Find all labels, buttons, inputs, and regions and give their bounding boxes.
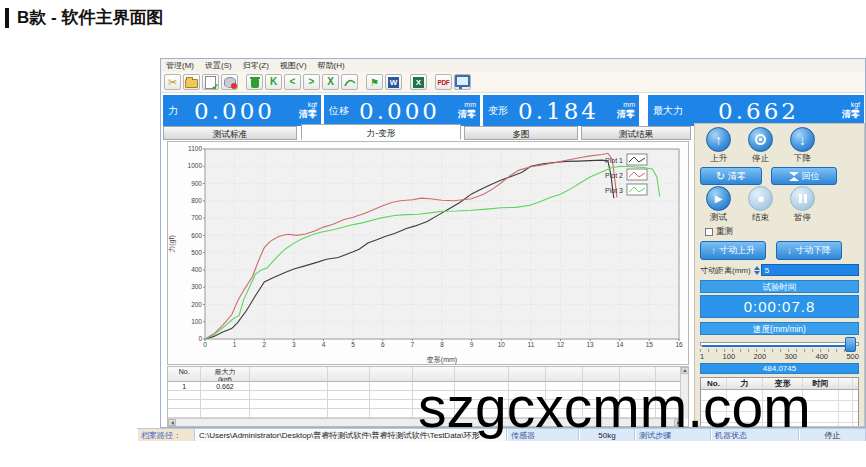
table-row[interactable] (701, 390, 858, 401)
table-row[interactable] (701, 401, 858, 412)
export-excel-button[interactable]: X (410, 74, 427, 90)
curve-button[interactable] (341, 74, 358, 90)
table-cell (583, 382, 620, 390)
home-label: 回位 (802, 170, 820, 183)
table-cell: No. (168, 367, 201, 381)
flag-icon: ⚑ (370, 77, 379, 88)
menu-item-manage[interactable]: 管理(M) (166, 60, 194, 71)
table-row[interactable] (701, 412, 858, 423)
retest-row: 重测 (705, 226, 859, 238)
menu-item-zero[interactable]: 归零(Z) (243, 60, 269, 71)
test-time-value: 0:00:07.8 (700, 295, 859, 318)
up-button[interactable]: ↑ (706, 127, 731, 152)
table-row[interactable] (168, 391, 688, 400)
delete-record-button[interactable] (246, 74, 263, 90)
inch-distance-input[interactable]: 5 (761, 264, 859, 276)
svg-text:15: 15 (646, 341, 654, 348)
first-record-button[interactable]: K (265, 74, 282, 90)
readout-value: 0.000 (178, 98, 291, 124)
export-pdf-button[interactable]: PDF (435, 74, 452, 90)
svg-text:Plot 2: Plot 2 (605, 172, 623, 179)
table-cell (546, 382, 583, 390)
scroll-left-icon[interactable] (168, 419, 176, 426)
open-file-button[interactable] (183, 74, 200, 90)
table-cell (620, 409, 657, 417)
prev-record-button[interactable]: < (284, 74, 301, 90)
clear-displacement-button[interactable]: 清零 (458, 109, 476, 119)
results-vertical-scrollbar[interactable] (680, 367, 688, 419)
inch-up-icon: ↑ (711, 245, 716, 256)
table-cell (803, 412, 839, 422)
pause-label: 暂停 (794, 212, 811, 224)
table-cell (328, 391, 370, 399)
inch-distance-row: 寸动距离(mm) 5 (700, 264, 859, 276)
speed-slider[interactable] (700, 341, 859, 347)
svg-text:8: 8 (440, 341, 444, 348)
readout-value: 0.000 (349, 98, 450, 124)
table-row[interactable] (701, 423, 858, 427)
table-cell (509, 391, 546, 399)
table-row[interactable]: 10.662 (168, 382, 688, 391)
svg-text:14: 14 (616, 341, 624, 348)
retest-checkbox[interactable] (705, 228, 713, 236)
home-icon (789, 172, 799, 181)
tab-multi-chart[interactable]: 多图 (464, 126, 578, 140)
zero-button[interactable]: ↻清零 (700, 167, 762, 185)
table-cell: 力 (727, 378, 763, 389)
table-cell (803, 423, 839, 427)
export-db-button[interactable] (221, 74, 238, 90)
svg-text:4: 4 (322, 341, 326, 348)
scroll-up-icon[interactable] (681, 367, 689, 374)
status-bar: 档案路径： C:\Users\Administrator\Desktop\普睿特… (137, 428, 866, 441)
save-check-icon (205, 76, 216, 89)
tab-test-standard[interactable]: 测试标准 (163, 126, 297, 140)
svg-text:10: 10 (498, 341, 506, 348)
table-cell (701, 401, 727, 411)
end-button[interactable]: ■ (748, 186, 773, 211)
last-record-button[interactable]: X (322, 74, 339, 90)
marker-button[interactable]: ⚑ (366, 74, 383, 90)
table-cell (201, 409, 249, 417)
end-icon: ■ (757, 194, 763, 204)
table-cell (370, 400, 412, 408)
menu-item-view[interactable]: 视图(V) (280, 60, 307, 71)
monitor-button[interactable] (454, 74, 471, 90)
home-button[interactable]: 回位 (771, 167, 837, 185)
table-row[interactable] (168, 400, 688, 409)
slider-track[interactable] (700, 342, 859, 346)
inch-up-button[interactable]: ↑寸动上升 (700, 241, 766, 260)
table-cell (620, 382, 657, 390)
reset-icon: ↻ (716, 171, 725, 182)
clear-force-button[interactable]: 清零 (299, 109, 317, 119)
monitor-icon (455, 75, 470, 87)
trash-icon (251, 79, 259, 88)
slider-thumb[interactable] (845, 337, 856, 352)
speed-value: 484.0745 (700, 363, 859, 374)
tab-force-deformation[interactable]: 力-变形 (301, 124, 461, 140)
svg-text:5: 5 (351, 341, 355, 348)
test-button[interactable]: ▶ (706, 186, 731, 211)
table-cell (839, 401, 853, 411)
menu-item-help[interactable]: 帮助(H) (318, 60, 345, 71)
save-button[interactable] (202, 74, 219, 90)
menu-item-settings[interactable]: 设置(S) (205, 60, 232, 71)
next-record-button[interactable]: > (303, 74, 320, 90)
stop-button[interactable] (748, 127, 773, 152)
export-word-button[interactable]: W (385, 74, 402, 90)
svg-text:300: 300 (191, 283, 202, 290)
tab-test-results[interactable]: 测试结果 (581, 126, 691, 140)
pause-button[interactable] (790, 186, 815, 211)
scroll-right-icon[interactable] (674, 419, 682, 426)
cut-button[interactable]: ✂ (164, 74, 181, 90)
clear-maxforce-button[interactable]: 清零 (842, 109, 860, 119)
table-row[interactable] (168, 409, 688, 418)
clear-deformation-button[interactable]: 清零 (617, 109, 635, 119)
inch-down-button[interactable]: ↓寸动下降 (776, 241, 842, 260)
down-button[interactable]: ↓ (790, 127, 815, 152)
svg-text:12: 12 (557, 341, 565, 348)
inch-distance-stepper[interactable] (754, 266, 760, 275)
stop-label: 停止 (752, 153, 769, 165)
results-horizontal-scrollbar[interactable] (168, 418, 682, 426)
inch-distance-label: 寸动距离(mm) (700, 265, 751, 276)
readout-label: 力 (168, 104, 178, 118)
